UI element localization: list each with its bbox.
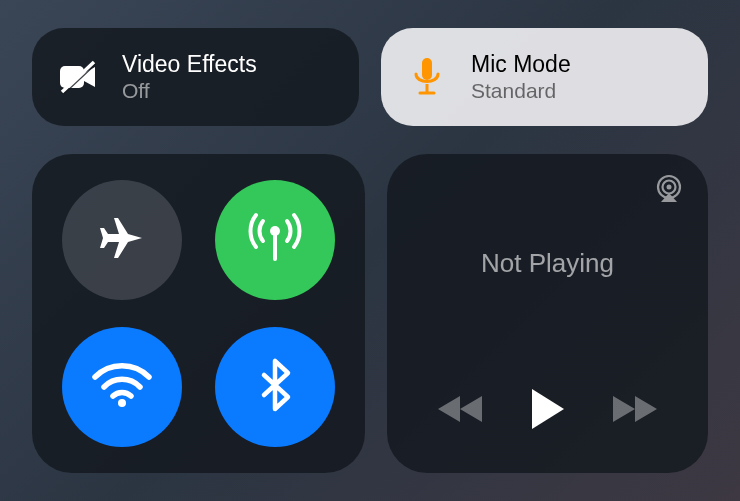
microphone-icon	[405, 55, 449, 99]
cellular-antenna-icon	[246, 209, 304, 271]
bluetooth-button[interactable]	[215, 327, 335, 447]
cellular-data-button[interactable]	[215, 180, 335, 300]
bluetooth-icon	[258, 357, 292, 417]
wifi-icon	[91, 361, 153, 413]
video-off-icon	[56, 55, 100, 99]
connectivity-panel[interactable]	[32, 154, 365, 473]
mic-mode-title: Mic Mode	[471, 51, 571, 79]
svg-point-8	[118, 399, 126, 407]
video-effects-title: Video Effects	[122, 51, 257, 79]
svg-point-11	[667, 185, 672, 190]
video-effects-text: Video Effects Off	[122, 51, 257, 104]
next-track-button[interactable]	[609, 394, 657, 428]
svg-rect-3	[422, 58, 432, 80]
mic-mode-subtitle: Standard	[471, 78, 571, 103]
media-panel[interactable]: Not Playing	[387, 154, 708, 473]
video-effects-subtitle: Off	[122, 78, 257, 103]
airplane-mode-button[interactable]	[62, 180, 182, 300]
media-controls	[407, 387, 688, 443]
media-status: Not Playing	[481, 248, 614, 279]
mic-mode-button[interactable]: Mic Mode Standard	[381, 28, 708, 126]
wifi-button[interactable]	[62, 327, 182, 447]
airplane-icon	[94, 210, 150, 270]
video-effects-button[interactable]: Video Effects Off	[32, 28, 359, 126]
mic-mode-text: Mic Mode Standard	[471, 51, 571, 104]
airplay-icon[interactable]	[652, 174, 686, 208]
previous-track-button[interactable]	[438, 394, 486, 428]
play-button[interactable]	[528, 387, 566, 435]
